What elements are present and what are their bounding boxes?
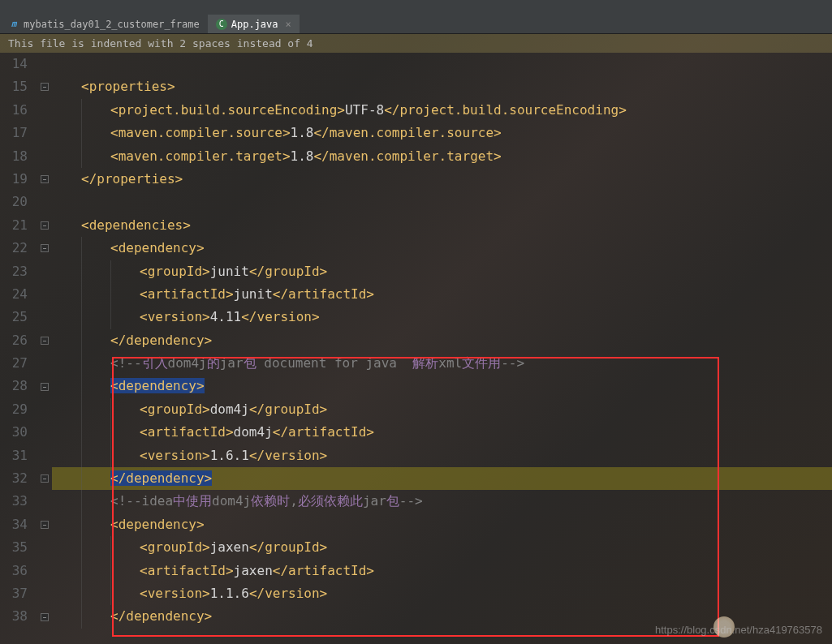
line-number: 33 <box>0 490 28 513</box>
code-token: 依赖时 <box>251 493 290 509</box>
line-number: 34 <box>0 513 28 536</box>
line-number-gutter: 1415161718192021222324252627282930313233… <box>0 53 39 629</box>
line-number: 31 <box>0 444 28 467</box>
code-token: </dependency> <box>110 608 212 624</box>
code-line[interactable]: <maven.compiler.source>1.8</maven.compil… <box>52 122 832 144</box>
code-line[interactable] <box>52 53 832 75</box>
line-number: 35 <box>0 536 28 559</box>
fold-toggle-icon[interactable] <box>41 244 49 252</box>
code-token: <version> <box>140 448 210 463</box>
line-number: 36 <box>0 560 28 582</box>
code-line[interactable]: <dependencies> <box>52 214 832 237</box>
code-token: <version> <box>140 309 210 324</box>
code-line[interactable]: </properties> <box>52 168 832 191</box>
code-token: <maven.compiler.target> <box>110 148 291 164</box>
tab-label: mybatis_day01_2_customer_frame <box>24 19 200 30</box>
line-number: 23 <box>0 260 28 283</box>
fold-toggle-icon[interactable] <box>41 474 49 483</box>
code-line[interactable]: <!--引入dom4j的jar包 document for java 解析xml… <box>52 352 832 375</box>
line-number: 16 <box>0 99 28 122</box>
code-token: </properties> <box>81 171 183 187</box>
code-area[interactable]: <properties><project.build.sourceEncodin… <box>52 53 832 629</box>
line-number: 14 <box>0 53 28 75</box>
code-token: <properties> <box>81 79 175 94</box>
code-token: <version> <box>140 586 210 601</box>
line-number: 26 <box>0 329 28 352</box>
code-editor[interactable]: 1415161718192021222324252627282930313233… <box>0 53 832 629</box>
line-number: 20 <box>0 191 28 213</box>
code-token: <dependencies> <box>81 217 191 233</box>
code-line[interactable]: <dependency> <box>52 237 832 260</box>
code-token: </version> <box>241 309 319 324</box>
line-number: 28 <box>0 375 28 397</box>
code-line[interactable]: </dependency> <box>52 467 832 490</box>
code-token: junit <box>234 286 273 302</box>
indent-notice-bar[interactable]: This file is indented with 2 spaces inst… <box>0 34 832 53</box>
java-class-icon: C <box>216 19 227 30</box>
fold-toggle-icon[interactable] <box>41 175 49 183</box>
code-line[interactable]: <groupId>junit</groupId> <box>52 260 832 283</box>
fold-toggle-icon[interactable] <box>41 83 49 91</box>
code-token: <project.build.sourceEncoding> <box>110 102 345 118</box>
code-token: jaxen <box>234 563 273 578</box>
code-token: </dependency> <box>110 333 212 348</box>
code-token: jar <box>220 355 244 371</box>
code-token: 1.8 <box>291 125 314 140</box>
code-line[interactable]: <groupId>dom4j</groupId> <box>52 398 832 421</box>
code-token: 包 <box>244 355 256 371</box>
line-number: 18 <box>0 145 28 168</box>
line-number: 32 <box>0 467 28 490</box>
code-token: </version> <box>249 586 327 601</box>
code-token: 解析 <box>412 355 438 371</box>
code-token: <artifactId> <box>140 424 234 440</box>
close-icon[interactable]: × <box>286 19 291 30</box>
code-line[interactable]: <project.build.sourceEncoding>UTF-8</pro… <box>52 99 832 122</box>
code-line[interactable]: <dependency> <box>52 513 832 536</box>
line-number: 17 <box>0 122 28 144</box>
code-line[interactable]: <version>1.6.1</version> <box>52 444 832 467</box>
code-line[interactable]: <artifactId>dom4j</artifactId> <box>52 421 832 444</box>
tabs-bar: m mybatis_day01_2_customer_frame C App.j… <box>0 15 832 34</box>
code-token: document for java <box>256 355 413 371</box>
code-token: , <box>290 493 298 509</box>
code-token: </artifactId> <box>273 286 374 302</box>
code-line[interactable]: </dependency> <box>52 329 832 352</box>
code-token: 1.8 <box>291 148 314 164</box>
line-number: 29 <box>0 398 28 421</box>
code-line[interactable]: <artifactId>junit</artifactId> <box>52 283 832 306</box>
code-token: <artifactId> <box>140 286 234 302</box>
code-token: </artifactId> <box>273 424 374 440</box>
line-number: 38 <box>0 605 28 628</box>
line-number: 24 <box>0 283 28 306</box>
code-line[interactable]: <version>1.1.6</version> <box>52 582 832 605</box>
code-line[interactable]: <properties> <box>52 75 832 98</box>
code-token: </version> <box>249 448 327 463</box>
code-token: <dependency> <box>110 517 205 532</box>
tab-mybatis[interactable]: m mybatis_day01_2_customer_frame <box>0 15 208 33</box>
fold-toggle-icon[interactable] <box>41 613 49 621</box>
code-token: jaxen <box>210 539 249 555</box>
code-line[interactable] <box>52 191 832 213</box>
code-token: <groupId> <box>140 539 210 555</box>
code-line[interactable]: <dependency> <box>52 375 832 397</box>
fold-toggle-icon[interactable] <box>41 337 49 345</box>
code-token: </artifactId> <box>273 563 374 578</box>
code-token: dom4j <box>234 424 273 440</box>
code-token: </maven.compiler.target> <box>313 148 501 164</box>
code-token: 引入 <box>142 355 168 371</box>
code-token: xml <box>438 355 462 371</box>
code-token: </groupId> <box>249 401 327 417</box>
code-token: 中使用 <box>173 493 212 509</box>
code-line[interactable]: <maven.compiler.target>1.8</maven.compil… <box>52 145 832 168</box>
code-line[interactable]: <!--idea中使用dom4j依赖时,必须依赖此jar包--> <box>52 490 832 513</box>
code-token: </project.build.sourceEncoding> <box>384 102 627 118</box>
code-line[interactable]: <groupId>jaxen</groupId> <box>52 536 832 559</box>
code-token: junit <box>210 264 249 279</box>
code-line[interactable]: <version>4.11</version> <box>52 306 832 328</box>
fold-toggle-icon[interactable] <box>41 521 49 529</box>
tab-app-java[interactable]: C App.java × <box>208 15 300 33</box>
code-token: 的 <box>207 355 220 371</box>
fold-toggle-icon[interactable] <box>41 221 49 230</box>
code-line[interactable]: <artifactId>jaxen</artifactId> <box>52 560 832 582</box>
fold-toggle-icon[interactable] <box>41 383 49 391</box>
